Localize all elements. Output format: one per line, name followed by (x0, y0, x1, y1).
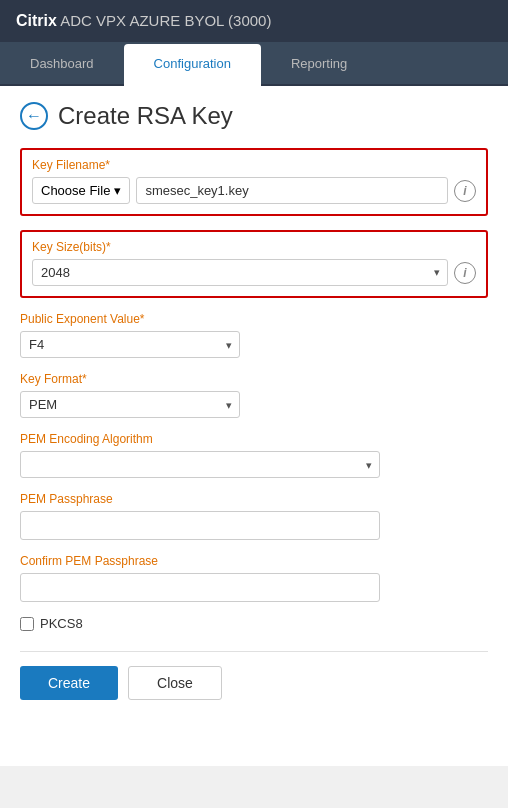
page-title: Create RSA Key (58, 102, 233, 130)
brand-rest: ADC VPX AZURE BYOL (3000) (57, 12, 272, 29)
back-button[interactable]: ← (20, 102, 48, 130)
pem-passphrase-label: PEM Passphrase (20, 492, 488, 506)
pkcs8-checkbox[interactable] (20, 617, 34, 631)
key-size-select-wrapper: 512 1024 2048 4096 ▾ (32, 259, 448, 286)
pkcs8-row: PKCS8 (20, 616, 488, 631)
key-size-label: Key Size(bits)* (32, 240, 476, 254)
page-content: ← Create RSA Key Key Filename* Choose Fi… (0, 86, 508, 766)
public-exponent-dropdown-wrapper: F4 3 ▾ (20, 331, 240, 358)
key-filename-row: Choose File ▾ i (32, 177, 476, 204)
choose-file-button[interactable]: Choose File ▾ (32, 177, 130, 204)
app-header: Citrix ADC VPX AZURE BYOL (3000) (0, 0, 508, 42)
key-size-info-icon[interactable]: i (454, 262, 476, 284)
pem-encoding-section: PEM Encoding Algorithm DES 3DES AES ▾ (20, 432, 488, 478)
key-format-select[interactable]: PEM DER (20, 391, 240, 418)
pem-encoding-select[interactable]: DES 3DES AES (20, 451, 380, 478)
choose-file-chevron: ▾ (114, 183, 121, 198)
key-format-dropdown-wrapper: PEM DER ▾ (20, 391, 240, 418)
create-button[interactable]: Create (20, 666, 118, 700)
page-title-row: ← Create RSA Key (20, 102, 488, 130)
choose-file-label: Choose File (41, 183, 110, 198)
key-size-select[interactable]: 512 1024 2048 4096 (32, 259, 448, 286)
key-filename-section: Key Filename* Choose File ▾ i (20, 148, 488, 216)
filename-input[interactable] (136, 177, 448, 204)
confirm-pem-section: Confirm PEM Passphrase (20, 554, 488, 602)
tab-configuration[interactable]: Configuration (124, 44, 261, 86)
key-size-section: Key Size(bits)* 512 1024 2048 4096 ▾ i (20, 230, 488, 298)
pem-encoding-dropdown-wrapper: DES 3DES AES ▾ (20, 451, 380, 478)
tab-reporting[interactable]: Reporting (261, 44, 377, 86)
tab-dashboard[interactable]: Dashboard (0, 44, 124, 86)
key-filename-label: Key Filename* (32, 158, 476, 172)
confirm-pem-input[interactable] (20, 573, 380, 602)
public-exponent-label: Public Exponent Value* (20, 312, 488, 326)
pem-encoding-label: PEM Encoding Algorithm (20, 432, 488, 446)
filename-info-icon[interactable]: i (454, 180, 476, 202)
brand-citrix: Citrix (16, 12, 57, 29)
confirm-pem-label: Confirm PEM Passphrase (20, 554, 488, 568)
public-exponent-section: Public Exponent Value* F4 3 ▾ (20, 312, 488, 358)
pem-passphrase-input[interactable] (20, 511, 380, 540)
key-format-section: Key Format* PEM DER ▾ (20, 372, 488, 418)
public-exponent-select[interactable]: F4 3 (20, 331, 240, 358)
key-format-label: Key Format* (20, 372, 488, 386)
pkcs8-label: PKCS8 (40, 616, 83, 631)
key-size-row: 512 1024 2048 4096 ▾ i (32, 259, 476, 286)
button-row: Create Close (20, 651, 488, 700)
nav-tabs: Dashboard Configuration Reporting (0, 42, 508, 86)
pem-passphrase-section: PEM Passphrase (20, 492, 488, 540)
brand-title: Citrix ADC VPX AZURE BYOL (3000) (16, 12, 271, 30)
close-button[interactable]: Close (128, 666, 222, 700)
